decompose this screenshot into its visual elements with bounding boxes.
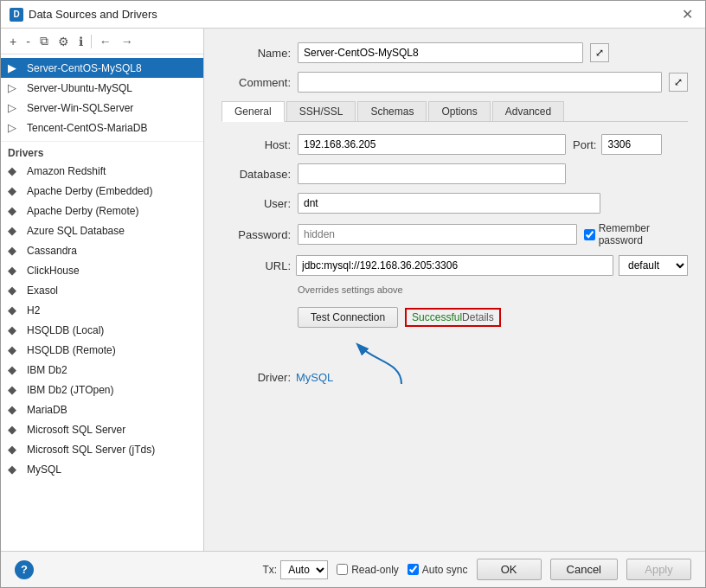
driver-azure-sql[interactable]: ◆ Azure SQL Database	[1, 220, 203, 240]
port-label: Port:	[573, 138, 596, 151]
remove-button[interactable]: -	[22, 33, 34, 50]
password-label: Password:	[221, 228, 291, 241]
name-expand-button[interactable]: ⤢	[590, 43, 609, 62]
apply-button[interactable]: Apply	[626, 559, 691, 580]
driver-ibm-db2-jtopen[interactable]: ◆ IBM Db2 (JTOpen)	[1, 380, 203, 399]
window-title: Data Sources and Drivers	[29, 8, 157, 21]
tree-item-icon: ▶	[8, 61, 22, 74]
password-input[interactable]	[298, 224, 577, 245]
main-window: D Data Sources and Drivers ✕ + - ⧉ ⚙ ℹ ←…	[0, 0, 706, 588]
driver-mysql[interactable]: ◆ MySQL	[1, 459, 203, 479]
body: + - ⧉ ⚙ ℹ ← → ▶ Server-CentOS-MySQL8 ▷ S…	[1, 29, 705, 551]
tree-item-server-centos-mysql8[interactable]: ▶ Server-CentOS-MySQL8	[1, 58, 203, 78]
footer: ? Tx: Auto Read-only Auto sync OK Cancel…	[1, 551, 705, 587]
tree-list: ▶ Server-CentOS-MySQL8 ▷ Server-Ubuntu-M…	[1, 54, 203, 551]
tree-item-label: Tencent-CentOS-MariaDB	[27, 122, 147, 134]
successful-text: Successful	[412, 311, 462, 323]
tab-sshssl[interactable]: SSH/SSL	[286, 101, 356, 121]
host-label: Host:	[221, 138, 291, 151]
driver-icon: ◆	[8, 443, 22, 456]
ok-button[interactable]: OK	[477, 559, 542, 580]
arrow-icon	[350, 336, 453, 388]
forward-button[interactable]: →	[118, 33, 137, 50]
settings-button[interactable]: ⚙	[55, 33, 73, 50]
url-driver-dropdown[interactable]: default	[619, 255, 688, 276]
comment-label: Comment:	[221, 76, 291, 89]
close-button[interactable]: ✕	[678, 6, 696, 22]
driver-exasol[interactable]: ◆ Exasol	[1, 280, 203, 300]
driver-mariadb[interactable]: ◆ MariaDB	[1, 399, 203, 419]
tree-item-server-win-sqlserver[interactable]: ▷ Server-Win-SQLServer	[1, 98, 203, 118]
name-label: Name:	[221, 47, 291, 60]
right-panel: Name: ⤢ Comment: ⤢ General SSH/SSL Schem…	[204, 29, 705, 551]
tree-item-tencent-centos-mariadb[interactable]: ▷ Tencent-CentOS-MariaDB	[1, 118, 203, 137]
overrides-hint: Overrides settings above	[298, 284, 688, 295]
driver-microsoft-sql-server[interactable]: ◆ Microsoft SQL Server	[1, 419, 203, 439]
remember-password-checkbox[interactable]	[584, 229, 595, 240]
driver-icon: ◆	[8, 343, 22, 356]
details-text[interactable]: Details	[462, 311, 494, 323]
test-connection-button[interactable]: Test Connection	[298, 307, 398, 328]
driver-apache-derby-embedded[interactable]: ◆ Apache Derby (Embedded)	[1, 181, 203, 201]
port-input[interactable]	[601, 134, 662, 155]
add-button[interactable]: +	[6, 33, 20, 50]
autosync-label: Auto sync	[422, 564, 468, 576]
autosync-checkbox[interactable]	[408, 564, 419, 575]
back-button[interactable]: ←	[96, 33, 115, 50]
copy-button[interactable]: ⧉	[36, 32, 52, 50]
title-bar-left: D Data Sources and Drivers	[10, 8, 157, 22]
tab-options[interactable]: Options	[428, 101, 490, 121]
tx-dropdown[interactable]: Auto	[280, 560, 328, 579]
comment-expand-button[interactable]: ⤢	[669, 73, 688, 92]
driver-hsqldb-remote[interactable]: ◆ HSQLDB (Remote)	[1, 340, 203, 360]
driver-cassandra[interactable]: ◆ Cassandra	[1, 240, 203, 260]
driver-icon: ◆	[8, 164, 22, 177]
driver-icon: ◆	[8, 284, 22, 297]
host-input[interactable]	[298, 134, 566, 155]
left-panel: + - ⧉ ⚙ ℹ ← → ▶ Server-CentOS-MySQL8 ▷ S…	[1, 29, 204, 551]
tab-schemas[interactable]: Schemas	[357, 101, 427, 121]
tree-item-server-ubuntu-mysql[interactable]: ▷ Server-Ubuntu-MySQL	[1, 78, 203, 98]
remember-password-row: Remember password	[584, 222, 688, 246]
driver-label: IBM Db2	[27, 364, 67, 376]
driver-icon: ◆	[8, 403, 22, 416]
driver-icon: ◆	[8, 463, 22, 476]
driver-ibm-db2[interactable]: ◆ IBM Db2	[1, 360, 203, 380]
info-button[interactable]: ℹ	[75, 33, 87, 50]
user-input[interactable]	[298, 193, 600, 214]
driver-label: Exasol	[27, 284, 58, 297]
driver-label: Apache Derby (Embedded)	[27, 185, 152, 197]
name-input[interactable]	[298, 42, 583, 63]
driver-label: Microsoft SQL Server (jTds)	[27, 444, 155, 456]
footer-right: Tx: Auto Read-only Auto sync OK Cancel A…	[262, 559, 691, 580]
url-input[interactable]	[296, 255, 613, 276]
test-result-badge: Successful Details	[405, 308, 501, 327]
tree-item-label: Server-CentOS-MySQL8	[27, 62, 142, 74]
tabs-bar: General SSH/SSL Schemas Options Advanced	[221, 101, 688, 122]
driver-icon: ◆	[8, 264, 22, 277]
footer-left: ?	[15, 560, 34, 579]
driver-hsqldb-local[interactable]: ◆ HSQLDB (Local)	[1, 320, 203, 340]
tree-item-icon: ▷	[8, 121, 22, 134]
driver-h2[interactable]: ◆ H2	[1, 300, 203, 320]
driver-label: IBM Db2 (JTOpen)	[27, 384, 113, 396]
tab-advanced[interactable]: Advanced	[492, 101, 564, 121]
database-input[interactable]	[298, 163, 566, 184]
driver-microsoft-sql-server-jtds[interactable]: ◆ Microsoft SQL Server (jTds)	[1, 439, 203, 459]
host-row: Host: Port:	[221, 134, 688, 155]
driver-apache-derby-remote[interactable]: ◆ Apache Derby (Remote)	[1, 201, 203, 220]
driver-label: Azure SQL Database	[27, 225, 125, 237]
driver-label: Cassandra	[27, 245, 77, 257]
help-button[interactable]: ?	[15, 560, 34, 579]
comment-input[interactable]	[298, 72, 662, 93]
driver-clickhouse[interactable]: ◆ ClickHouse	[1, 260, 203, 280]
tree-item-label: Server-Ubuntu-MySQL	[27, 82, 132, 94]
readonly-checkbox[interactable]	[337, 564, 348, 575]
driver-amazon-redshift[interactable]: ◆ Amazon Redshift	[1, 161, 203, 181]
cancel-button[interactable]: Cancel	[550, 559, 618, 580]
driver-label: Microsoft SQL Server	[27, 424, 125, 436]
driver-icon: ◆	[8, 323, 22, 336]
tab-general[interactable]: General	[221, 101, 285, 122]
driver-icon: ◆	[8, 244, 22, 257]
driver-label: Apache Derby (Remote)	[27, 205, 138, 217]
